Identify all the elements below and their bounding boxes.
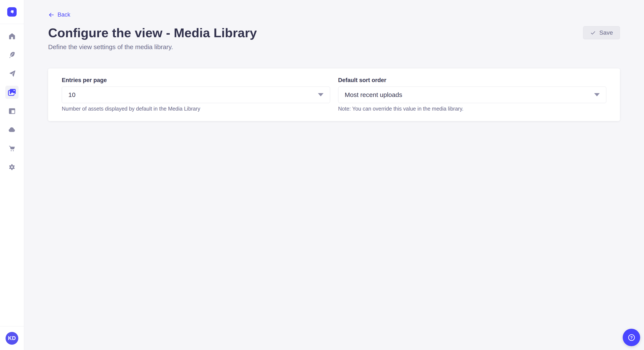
- sidebar-item-marketplace[interactable]: [5, 142, 18, 155]
- sidebar-item-settings[interactable]: [5, 161, 18, 174]
- user-avatar[interactable]: KD: [6, 332, 18, 345]
- sidebar-nav: [0, 24, 24, 174]
- field-entries-per-page: Entries per page 10 Number of assets dis…: [62, 77, 330, 112]
- select-value: Most recent uploads: [345, 91, 402, 98]
- sidebar-item-home[interactable]: [5, 29, 18, 43]
- save-label: Save: [599, 29, 613, 36]
- question-mark-icon: ?: [628, 334, 635, 341]
- main-content: Back Configure the view - Media Library …: [24, 0, 644, 350]
- check-icon: [590, 30, 596, 36]
- sidebar-item-deploy[interactable]: [5, 123, 18, 136]
- app-root: KD Back Configure the view - Media Libra…: [0, 0, 644, 350]
- chevron-down-icon: [318, 93, 324, 96]
- paper-plane-icon: [8, 70, 16, 78]
- page-title: Configure the view - Media Library: [48, 26, 257, 39]
- help-button[interactable]: ?: [623, 329, 640, 346]
- settings-card: Entries per page 10 Number of assets dis…: [48, 68, 620, 121]
- default-sort-order-select[interactable]: Most recent uploads: [338, 87, 606, 103]
- back-link[interactable]: Back: [48, 11, 70, 18]
- sidebar-item-media-library[interactable]: [5, 86, 18, 99]
- page-subtitle: Define the view settings of the media li…: [48, 43, 620, 51]
- feather-icon: [8, 51, 16, 59]
- fields-grid: Entries per page 10 Number of assets dis…: [62, 77, 606, 112]
- cart-icon: [8, 145, 16, 153]
- layout-icon: [8, 107, 16, 115]
- sidebar: KD: [0, 0, 24, 350]
- strapi-logo: [7, 7, 16, 16]
- save-button[interactable]: Save: [583, 26, 620, 39]
- avatar-initials: KD: [8, 335, 16, 341]
- chevron-down-icon: [594, 93, 600, 96]
- field-default-sort-order: Default sort order Most recent uploads N…: [338, 77, 606, 112]
- arrow-left-icon: [48, 12, 54, 18]
- field-label: Default sort order: [338, 77, 606, 84]
- sidebar-bottom: KD: [0, 326, 24, 350]
- sidebar-item-content-manager[interactable]: [5, 48, 18, 61]
- back-label: Back: [58, 11, 70, 18]
- strapi-logo-icon: [9, 9, 15, 15]
- field-label: Entries per page: [62, 77, 330, 84]
- logo-area: [0, 0, 24, 24]
- select-value: 10: [68, 91, 76, 98]
- sidebar-item-releases[interactable]: [5, 67, 18, 80]
- field-hint: Note: You can override this value in the…: [338, 106, 606, 112]
- entries-per-page-select[interactable]: 10: [62, 87, 330, 103]
- media-library-icon: [7, 88, 16, 97]
- title-row: Configure the view - Media Library Save: [48, 26, 620, 39]
- sidebar-item-content-type-builder[interactable]: [5, 104, 18, 118]
- question-mark-glyph: ?: [630, 336, 633, 340]
- home-icon: [8, 32, 16, 40]
- cloud-icon: [8, 126, 16, 134]
- gear-icon: [8, 163, 16, 171]
- field-hint: Number of assets displayed by default in…: [62, 106, 330, 112]
